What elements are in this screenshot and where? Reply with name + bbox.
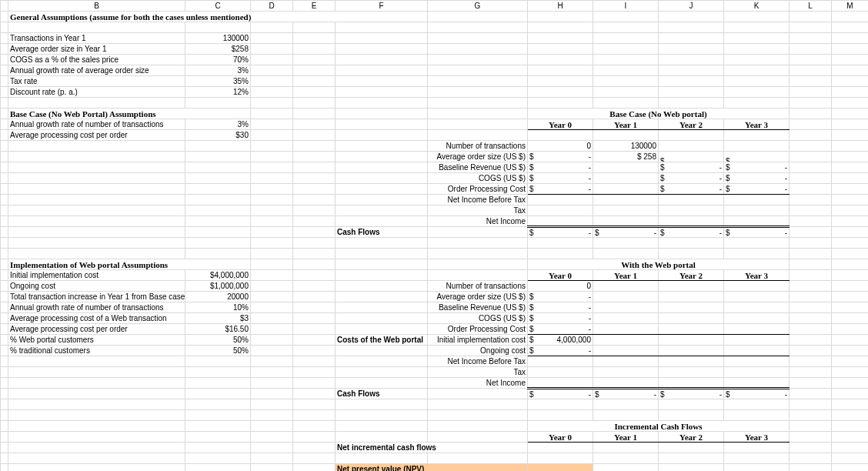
cell[interactable] bbox=[790, 443, 832, 453]
cell[interactable]: Net Income bbox=[428, 216, 528, 227]
cell[interactable] bbox=[659, 33, 724, 44]
cell[interactable] bbox=[528, 443, 593, 453]
cell[interactable] bbox=[293, 55, 336, 65]
cell[interactable] bbox=[251, 324, 293, 335]
col-header[interactable]: D bbox=[251, 1, 293, 12]
cell[interactable] bbox=[185, 205, 251, 216]
col-header[interactable]: M bbox=[832, 1, 869, 12]
cell[interactable] bbox=[251, 227, 293, 238]
cell[interactable]: 4,000,000 bbox=[528, 335, 593, 346]
cell[interactable] bbox=[293, 227, 336, 238]
cell[interactable] bbox=[832, 44, 869, 55]
cell[interactable]: - bbox=[528, 162, 593, 173]
cell[interactable]: - bbox=[528, 389, 593, 399]
cell[interactable]: - bbox=[659, 162, 724, 173]
cell[interactable] bbox=[1, 55, 8, 65]
cell[interactable] bbox=[1, 389, 8, 399]
cell[interactable] bbox=[293, 238, 336, 249]
cell[interactable] bbox=[8, 205, 185, 216]
cell[interactable] bbox=[428, 22, 528, 33]
cell[interactable] bbox=[832, 152, 869, 162]
cell[interactable] bbox=[659, 313, 724, 324]
cell[interactable] bbox=[428, 453, 528, 464]
cell[interactable]: Ongoing cost bbox=[428, 346, 528, 356]
cell[interactable] bbox=[724, 87, 790, 98]
cell[interactable] bbox=[8, 238, 185, 249]
cell[interactable] bbox=[251, 367, 293, 378]
cell[interactable] bbox=[528, 98, 593, 109]
cell[interactable]: Annual growth rate of average order size bbox=[8, 65, 185, 76]
cell[interactable]: Year 1 bbox=[593, 270, 659, 281]
cell[interactable] bbox=[251, 173, 293, 184]
cell[interactable]: 20000 bbox=[185, 292, 251, 302]
cell[interactable]: Base Case (No Web Portal) Assumptions bbox=[8, 109, 251, 119]
cell[interactable] bbox=[724, 399, 790, 410]
cell[interactable] bbox=[428, 227, 528, 238]
cell[interactable]: 3% bbox=[185, 119, 251, 130]
cell[interactable] bbox=[659, 443, 724, 453]
cell[interactable] bbox=[593, 22, 659, 33]
cell[interactable] bbox=[1, 12, 8, 22]
cell[interactable] bbox=[293, 410, 336, 421]
cell[interactable]: - bbox=[724, 184, 790, 195]
cell[interactable]: Incremental Cash Flows bbox=[528, 421, 790, 432]
cell[interactable] bbox=[659, 55, 724, 65]
cell[interactable] bbox=[832, 76, 869, 87]
cell[interactable] bbox=[293, 44, 336, 55]
cell[interactable] bbox=[251, 98, 293, 109]
cell[interactable] bbox=[251, 356, 293, 367]
cell[interactable] bbox=[659, 324, 724, 335]
cell[interactable]: 70% bbox=[185, 55, 251, 65]
cell[interactable] bbox=[790, 421, 832, 432]
cell[interactable]: - bbox=[528, 346, 593, 356]
cell[interactable] bbox=[593, 324, 659, 335]
cell[interactable] bbox=[528, 22, 593, 33]
cell[interactable] bbox=[832, 464, 869, 472]
cell[interactable] bbox=[185, 141, 251, 152]
cell[interactable] bbox=[428, 55, 528, 65]
cell[interactable] bbox=[336, 109, 428, 119]
cell[interactable] bbox=[832, 270, 869, 281]
cell[interactable] bbox=[659, 22, 724, 33]
cell[interactable] bbox=[185, 378, 251, 389]
cell[interactable] bbox=[832, 205, 869, 216]
cell[interactable] bbox=[251, 130, 293, 141]
cell[interactable] bbox=[593, 281, 659, 292]
cell[interactable] bbox=[832, 389, 869, 399]
cell[interactable] bbox=[336, 195, 428, 205]
cell[interactable]: Tax bbox=[428, 205, 528, 216]
cell[interactable] bbox=[593, 238, 659, 249]
cell[interactable] bbox=[724, 195, 790, 205]
cell[interactable] bbox=[251, 453, 293, 464]
cell[interactable] bbox=[336, 410, 428, 421]
cell[interactable]: $16.50 bbox=[185, 324, 251, 335]
cell[interactable] bbox=[1, 87, 8, 98]
col-header[interactable]: B bbox=[8, 1, 185, 12]
cell[interactable]: COGS (US $) bbox=[428, 313, 528, 324]
cell[interactable] bbox=[336, 98, 428, 109]
cell[interactable]: $258 bbox=[185, 44, 251, 55]
cell[interactable] bbox=[724, 44, 790, 55]
cell[interactable] bbox=[293, 421, 336, 432]
cell[interactable] bbox=[293, 22, 336, 33]
cell[interactable] bbox=[593, 55, 659, 65]
cell[interactable] bbox=[832, 410, 869, 421]
cell[interactable] bbox=[185, 399, 251, 410]
cell[interactable] bbox=[659, 292, 724, 302]
cell[interactable] bbox=[832, 421, 869, 432]
cell[interactable] bbox=[251, 76, 293, 87]
cell[interactable] bbox=[428, 119, 528, 130]
cell[interactable] bbox=[593, 216, 659, 227]
cell[interactable]: - bbox=[528, 292, 593, 302]
cell[interactable] bbox=[8, 410, 185, 421]
cell[interactable] bbox=[251, 141, 293, 152]
cell[interactable] bbox=[293, 33, 336, 44]
cell[interactable] bbox=[593, 98, 659, 109]
cell[interactable] bbox=[336, 119, 428, 130]
cell[interactable] bbox=[659, 356, 724, 367]
cell[interactable] bbox=[251, 152, 293, 162]
cell[interactable] bbox=[293, 216, 336, 227]
cell[interactable] bbox=[659, 464, 724, 472]
cell[interactable]: - bbox=[528, 152, 593, 162]
cell[interactable] bbox=[293, 76, 336, 87]
